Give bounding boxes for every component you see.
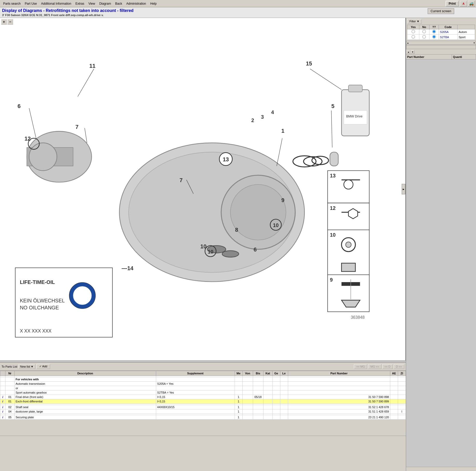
row-supplement: S205A = Yes — [156, 382, 235, 386]
filter-header-row: Yes No ?? Code — [407, 25, 475, 29]
menu-diagram[interactable]: Diagram — [97, 1, 113, 6]
current-screen-button[interactable]: Current screen — [428, 8, 454, 14]
nav-buttons: «« MG MG »» «« D D »» — [354, 364, 404, 369]
filter-row-1: S205A Autom — [407, 29, 475, 35]
row-info-icon[interactable] — [0, 377, 5, 382]
row-info-icon[interactable] — [0, 382, 5, 386]
filter-no-1[interactable] — [419, 29, 429, 35]
row-desc: For vehicles with — [15, 377, 156, 382]
filter-col-code: Code — [439, 25, 458, 29]
row-part-number: 31 50 7 590 899 — [288, 399, 390, 404]
menu-additional-info[interactable]: Additional Information — [39, 1, 73, 6]
arrow-down[interactable]: ▼ — [411, 50, 414, 54]
menu-administration[interactable]: Administration — [124, 1, 148, 6]
row-ge — [272, 395, 280, 399]
icon-btn-tractor[interactable]: 🚜 — [468, 1, 475, 6]
nav-d-prev[interactable]: «« D — [382, 364, 393, 369]
app-container: Parts search Part Use Additional Informa… — [0, 0, 476, 471]
col-header-part-number: Part Number — [288, 371, 390, 376]
filter-vscroll[interactable]: ▲ ▼ — [406, 41, 476, 45]
row-desc: or — [15, 386, 156, 390]
parts-table-wrapper[interactable]: Nr Description Supplement Me Von Bis Kat… — [0, 371, 406, 436]
svg-text:10: 10 — [330, 232, 336, 238]
table-row[interactable]: Automatic transmissionS205A = Yes — [0, 382, 406, 386]
filter-col-qq: ?? — [429, 25, 439, 29]
row-info-icon[interactable]: i — [0, 405, 5, 409]
panel-arrows: ▲ ▼ — [406, 50, 476, 54]
row-ae — [390, 382, 398, 386]
svg-point-32 — [230, 184, 286, 240]
row-info-icon[interactable]: i — [0, 395, 5, 399]
bottom-scrollbar[interactable] — [0, 436, 406, 440]
table-row[interactable]: i01Final drive (front axle)I=3,15105/183… — [0, 395, 406, 399]
row-info-icon[interactable]: i — [0, 409, 5, 414]
row-desc: dustcover plate, large — [15, 409, 156, 414]
row-info-icon[interactable]: i — [0, 415, 5, 420]
col-header-nr: Nr — [5, 371, 15, 376]
col-header-bis: Bis — [253, 371, 263, 376]
menu-parts-search[interactable]: Parts search — [1, 1, 23, 6]
filter-yes-1[interactable] — [407, 29, 419, 35]
menu-help[interactable]: Help — [148, 1, 159, 6]
menubar-right: Print A 🚜 — [446, 1, 475, 6]
table-row[interactable]: i02Shaft seal44X69X10/15131 52 1 428 678 — [0, 405, 406, 409]
table-row[interactable]: i01Exch-front differentialI=3,15131 50 7… — [0, 399, 406, 404]
row-me: 1 — [235, 399, 242, 404]
row-ae — [390, 405, 398, 409]
row-von — [242, 405, 253, 409]
filter-yes-2[interactable] — [407, 35, 419, 40]
table-row[interactable]: i04dustcover plate, large131 51 1 428 65… — [0, 409, 406, 414]
menu-view[interactable]: View — [86, 1, 97, 6]
row-ae — [390, 415, 398, 420]
menu-back[interactable]: Back — [113, 1, 124, 6]
row-info-icon[interactable] — [0, 390, 5, 395]
row-kat — [263, 390, 272, 395]
col-header-kat: Kat — [263, 371, 272, 376]
row-nr: 01 — [5, 399, 15, 404]
add-button[interactable]: ✓ Add — [36, 364, 50, 369]
print-button[interactable]: Print — [446, 1, 459, 6]
nav-d-next[interactable]: D »» — [394, 364, 404, 369]
svg-text:6: 6 — [18, 103, 21, 109]
new-list-button[interactable]: New list ▼ — [18, 364, 35, 369]
row-bis — [253, 409, 263, 414]
icon-btn-a[interactable]: A — [460, 1, 467, 6]
filter-no-2[interactable] — [419, 35, 429, 40]
filter-desc-2: Sport — [458, 35, 475, 40]
to-parts-label: To Parts List — [2, 365, 17, 368]
svg-point-21 — [346, 242, 351, 247]
nav-mg-next[interactable]: MG »» — [368, 364, 381, 369]
zoom-out-button[interactable]: − — [7, 19, 13, 25]
row-ge — [272, 409, 280, 414]
table-row[interactable]: For vehicles with — [0, 377, 406, 382]
filter-col-yes: Yes — [407, 25, 419, 29]
row-ge — [272, 382, 280, 386]
filter-hscroll[interactable] — [406, 45, 476, 49]
row-me — [235, 382, 242, 386]
arrow-up[interactable]: ▲ — [407, 50, 410, 54]
filter-code-2[interactable]: S2TBA — [439, 35, 458, 40]
parts-section: To Parts List New list ▼ ✓ Add «« MG MG … — [0, 362, 406, 471]
row-bis — [253, 377, 263, 382]
row-info-icon[interactable]: i — [0, 399, 5, 404]
zoom-controls: + − — [1, 19, 13, 25]
table-row[interactable]: i05Securing plate123 21 1 490 120 — [0, 415, 406, 420]
col-header-ae: AE — [390, 371, 398, 376]
filter-code-1[interactable]: S205A — [439, 29, 458, 35]
zoom-in-button[interactable]: + — [1, 19, 7, 25]
svg-text:4: 4 — [271, 109, 274, 115]
right-panel-hscroll[interactable] — [406, 467, 476, 471]
table-row[interactable]: or — [0, 386, 406, 390]
table-row[interactable]: Sport automatic gearboxS2TBA = Yes — [0, 390, 406, 395]
menu-part-use[interactable]: Part Use — [23, 1, 39, 6]
row-info-icon[interactable] — [0, 386, 5, 390]
menu-extras[interactable]: Extras — [73, 1, 86, 6]
row-me: 1 — [235, 409, 242, 414]
row-ae — [390, 395, 398, 399]
row-bis — [253, 405, 263, 409]
filter-qq-2[interactable] — [429, 35, 439, 40]
svg-text:13: 13 — [223, 156, 229, 163]
filter-button[interactable]: Filter ▼ — [407, 19, 422, 24]
nav-mg-prev[interactable]: «« MG — [354, 364, 367, 369]
filter-qq-1[interactable] — [429, 29, 439, 35]
